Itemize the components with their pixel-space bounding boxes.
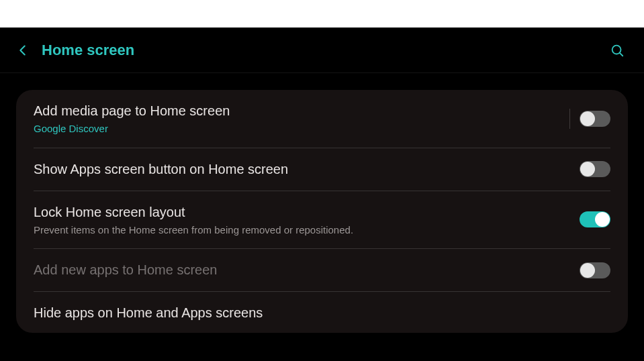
setting-text: Add media page to Home screen Google Dis…: [34, 102, 569, 136]
setting-text: Hide apps on Home and Apps screens: [34, 304, 610, 322]
toggle-wrap: [569, 109, 610, 129]
toggle-lock-layout[interactable]: [580, 211, 610, 227]
setting-title: Add new apps to Home screen: [34, 261, 580, 279]
setting-title: Add media page to Home screen: [34, 102, 569, 120]
setting-subtitle: Google Discover: [34, 122, 569, 136]
setting-text: Show Apps screen button on Home screen: [34, 160, 580, 178]
svg-line-1: [620, 52, 623, 55]
toggle-wrap: [580, 211, 610, 227]
setting-text: Add new apps to Home screen: [34, 261, 580, 279]
settings-viewport: Home screen Add media page to Home scree…: [0, 28, 644, 361]
search-icon: [610, 43, 625, 58]
divider: [569, 109, 570, 129]
chevron-left-icon: [15, 43, 30, 58]
setting-show-apps-button[interactable]: Show Apps screen button on Home screen: [34, 148, 610, 191]
setting-lock-layout[interactable]: Lock Home screen layout Prevent items on…: [34, 191, 610, 250]
setting-title: Show Apps screen button on Home screen: [34, 160, 580, 178]
toggle-wrap: [580, 262, 610, 278]
setting-hide-apps[interactable]: Hide apps on Home and Apps screens: [34, 292, 610, 333]
setting-subtitle: Prevent items on the Home screen from be…: [34, 223, 580, 237]
settings-panel: Add media page to Home screen Google Dis…: [16, 90, 628, 333]
toggle-add-new-apps: [580, 262, 610, 278]
toggle-wrap: [580, 161, 610, 177]
toggle-show-apps-button[interactable]: [580, 161, 610, 177]
setting-add-new-apps: Add new apps to Home screen: [34, 249, 610, 292]
back-button[interactable]: [8, 36, 38, 65]
search-button[interactable]: [602, 36, 632, 65]
setting-title: Lock Home screen layout: [34, 203, 580, 221]
toggle-knob: [580, 263, 595, 278]
setting-text: Lock Home screen layout Prevent items on…: [34, 203, 580, 237]
toggle-knob: [580, 162, 595, 176]
toggle-knob: [580, 111, 595, 126]
page-title: Home screen: [42, 42, 602, 59]
toggle-add-media-page[interactable]: [580, 111, 610, 127]
setting-title: Hide apps on Home and Apps screens: [34, 304, 610, 322]
appbar: Home screen: [0, 28, 644, 73]
setting-add-media-page[interactable]: Add media page to Home screen Google Dis…: [34, 90, 610, 148]
